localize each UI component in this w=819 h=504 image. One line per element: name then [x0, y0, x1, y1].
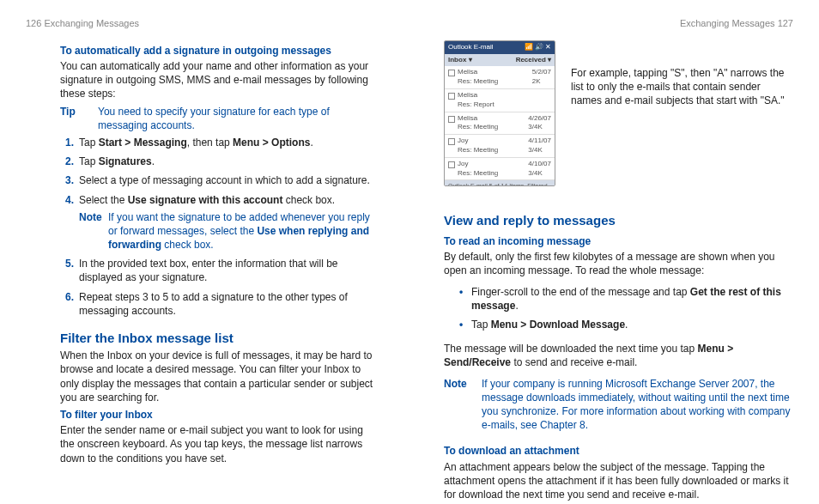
phone-title: Outlook E-mail: [448, 43, 493, 52]
step-number: 6.: [60, 290, 79, 318]
note-label: Note: [79, 210, 108, 252]
exchange-note: Note If your company is running Microsof…: [444, 377, 793, 433]
tip-text: You need to specify your signature for e…: [98, 105, 375, 132]
step-3: 3. Select a type of messaging account in…: [60, 173, 375, 187]
read-paragraph: By default, only the first few kilobytes…: [444, 250, 793, 277]
step-number: 2.: [60, 155, 79, 168]
phone-tabs: Inbox ▾ Received ▾: [445, 54, 555, 67]
bullet-download-message: Tap Menu > Download Message.: [459, 318, 793, 331]
mail-row: JoyRes: Meeting 4/11/073/4K: [445, 135, 555, 158]
left-content: To automatically add a signature in outg…: [26, 40, 375, 469]
heading-to-filter: To filter your Inbox: [60, 408, 375, 422]
step-2: 2. Tap Signatures.: [60, 155, 375, 168]
mail-row: MelisaRes: Meeting 5/2/072K: [445, 66, 555, 89]
step-6: 6. Repeat steps 3 to 5 to add a signatur…: [60, 290, 375, 318]
auto-sig-paragraph: You can automatically add your name and …: [60, 59, 375, 101]
step-text: Tap Start > Messaging, then tap Menu > O…: [79, 136, 375, 149]
heading-auto-signature: To automatically add a signature in outg…: [60, 44, 375, 58]
heading-view-reply: View and reply to messages: [444, 212, 793, 229]
mail-row: MelisaRes: Report: [445, 89, 555, 112]
read-bullets: Finger-scroll to the end of the message …: [459, 285, 793, 337]
step-text: In the provided text box, enter the info…: [79, 257, 375, 284]
step-number: 3.: [60, 173, 79, 187]
step-number: 5.: [60, 257, 79, 284]
download-paragraph: The message will be downloaded the next …: [444, 342, 793, 369]
phone-screenshot: Outlook E-mail 📶 🔊 ✕ Inbox ▾ Received ▾ …: [444, 40, 555, 186]
phone-caption: For example, tapping "S", then "A" narro…: [571, 40, 793, 186]
step-text: Repeat steps 3 to 5 to add a signature t…: [79, 290, 375, 318]
tip-label: Tip: [60, 105, 98, 132]
page-right: Exchanging Messages 127 Outlook E-mail 📶…: [410, 17, 793, 487]
step-text: Select the Use signature with this accou…: [79, 193, 375, 252]
header-right: Exchanging Messages 127: [444, 17, 793, 30]
tip-row: Tip You need to specify your signature f…: [60, 105, 375, 132]
phone-rows: MelisaRes: Meeting 5/2/072K MelisaRes: R…: [445, 66, 555, 180]
heading-read-incoming: To read an incoming message: [444, 234, 793, 248]
checkbox-icon: [448, 70, 455, 76]
step-number: 1.: [60, 136, 79, 149]
step-4: 4. Select the Use signature with this ac…: [60, 193, 375, 252]
step-text: Tap Signatures.: [79, 155, 375, 168]
right-top-row: Outlook E-mail 📶 🔊 ✕ Inbox ▾ Received ▾ …: [444, 40, 793, 186]
bullet-get-rest: Finger-scroll to the end of the message …: [459, 285, 793, 313]
checkbox-icon: [448, 161, 455, 168]
step4-note: Note If you want the signature to be add…: [79, 210, 375, 252]
note-text: If you want the signature to be added wh…: [108, 210, 375, 252]
heading-download-attachment: To download an attachment: [444, 444, 793, 458]
step-number: 4.: [60, 193, 79, 252]
note-label: Note: [444, 377, 482, 433]
filter-paragraph: When the Inbox on your device is full of…: [60, 349, 375, 404]
note-text: If your company is running Microsoft Exc…: [482, 377, 793, 433]
checkbox-icon: [448, 138, 455, 145]
mail-row: JoyRes: Meeting 4/10/073/4K: [445, 158, 555, 181]
received-dropdown: Received ▾: [516, 56, 551, 65]
step-1: 1. Tap Start > Messaging, then tap Menu …: [60, 136, 375, 149]
attachment-paragraph: An attachment appears below the subject …: [444, 460, 793, 502]
phone-status-icons: 📶 🔊 ✕: [525, 43, 551, 52]
phone-status-bar: Outlook E-mail 5 of 14 Items, Filtered.: [445, 180, 555, 185]
phone-titlebar: Outlook E-mail 📶 🔊 ✕: [445, 41, 555, 54]
header-left: 126 Exchanging Messages: [26, 17, 375, 30]
steps-list: 1. Tap Start > Messaging, then tap Menu …: [60, 136, 375, 318]
heading-filter-inbox: Filter the Inbox message list: [60, 330, 375, 347]
step-text: Select a type of messaging account in wh…: [79, 173, 375, 187]
filter2-paragraph: Enter the sender name or e-mail subject …: [60, 423, 375, 465]
checkbox-icon: [448, 116, 455, 123]
mail-row: MelisaRes: Meeting 4/26/073/4K: [445, 112, 555, 136]
inbox-dropdown: Inbox ▾: [448, 56, 472, 65]
checkbox-icon: [448, 93, 455, 100]
page-left: 126 Exchanging Messages To automatically…: [26, 17, 410, 487]
step-5: 5. In the provided text box, enter the i…: [60, 257, 375, 284]
